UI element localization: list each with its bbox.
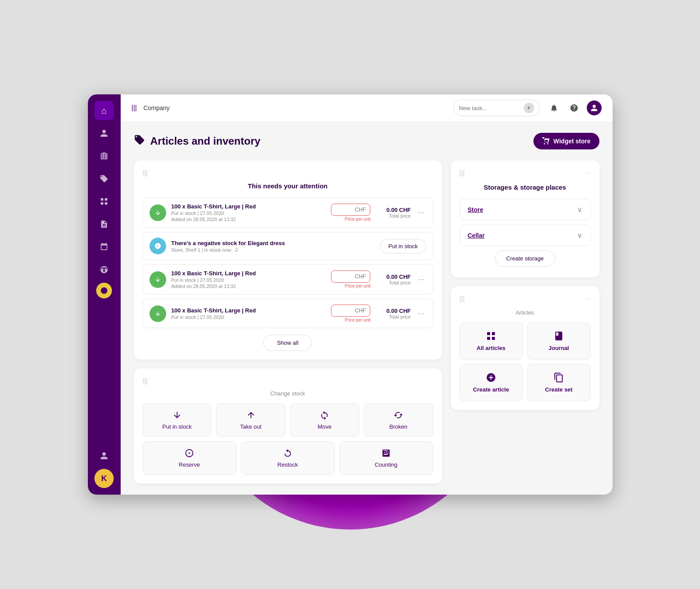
articles-title: Articles (460, 309, 591, 316)
storage-cellar-item[interactable]: Cellar ∨ (460, 225, 591, 246)
change-stock-card: ||| Change stock Put in stock (134, 368, 442, 484)
sidebar-icon-document[interactable] (94, 215, 114, 234)
price-input[interactable] (331, 204, 370, 216)
broken-label: Broken (390, 423, 407, 430)
item-total: 0.00 CHF Total price (376, 274, 411, 285)
search-input[interactable] (459, 105, 520, 111)
item-more-button[interactable]: ··· (416, 208, 426, 217)
change-stock-title: Change stock (143, 390, 433, 397)
sidebar-avatar[interactable]: K (94, 469, 114, 488)
more-options-button[interactable]: ··· (585, 169, 590, 177)
counting-label: Counting (375, 461, 397, 468)
item-info-icon (150, 238, 166, 254)
create-set-button[interactable]: Create set (527, 364, 591, 401)
item-name: 100 x Basic T-Shirt, Large | Red (171, 307, 326, 314)
sidebar-icon-calendar[interactable] (94, 237, 114, 256)
move-action[interactable]: Move (290, 403, 359, 437)
counting-action[interactable]: Counting (339, 441, 433, 475)
attention-item: 100 x Basic T-Shirt, Large | Red Put in … (143, 264, 433, 294)
left-col: ||| This needs your attention 100 x Basi… (134, 160, 442, 484)
sidebar: ⌂ (88, 94, 121, 495)
articles-more-button[interactable]: ··· (585, 295, 590, 303)
journal-button[interactable]: Journal (527, 322, 591, 360)
put-in-stock-label: Put in stock (162, 423, 192, 430)
attention-item: 100 x Basic T-Shirt, Large | Red Put in … (143, 197, 433, 228)
total-label: Total price (376, 213, 411, 218)
sidebar-icon-home[interactable]: ⌂ (94, 101, 114, 120)
restock-action[interactable]: Restock (241, 441, 335, 475)
search-add-button[interactable]: + (524, 103, 534, 113)
price-input[interactable] (331, 305, 370, 317)
journal-label: Journal (549, 345, 569, 351)
create-article-label: Create article (473, 386, 509, 393)
item-sub2: Added on 28.05.2020 at 13:32 (171, 284, 326, 289)
page-title-row: Articles and inventory (134, 134, 261, 148)
item-down-icon (150, 204, 166, 221)
item-total: 0.00 CHF Total price (376, 207, 411, 218)
sidebar-icon-profile[interactable] (94, 446, 114, 465)
app-container: ⌂ (88, 94, 613, 495)
svg-point-1 (188, 452, 190, 454)
item-info: 100 x Basic T-Shirt, Large | Red Put in … (171, 307, 326, 320)
page-tag-icon (134, 134, 145, 148)
put-in-stock-action[interactable]: Put in stock (143, 403, 212, 437)
total-label: Total price (376, 314, 411, 319)
drag-handle: ||| (143, 169, 433, 177)
articles-header: ||| ··· (460, 295, 591, 303)
create-article-button[interactable]: Create article (460, 364, 523, 401)
storage-chevron: ∨ (577, 205, 582, 214)
sidebar-icon-tag[interactable] (94, 169, 114, 188)
item-down-icon (150, 305, 166, 322)
item-price-container: Price per unit (331, 305, 370, 322)
put-in-stock-button[interactable]: Put in stock (380, 239, 426, 253)
widget-store-button[interactable]: Widget store (533, 133, 599, 149)
articles-card: ||| ··· Articles All articles (451, 286, 599, 410)
price-input[interactable] (331, 270, 370, 283)
item-sub2: Added on 28.05.2020 at 13:32 (171, 217, 326, 222)
item-name: There's a negative stock for Elegant dre… (171, 240, 375, 246)
item-more-button[interactable]: ··· (416, 275, 426, 284)
item-sub1: Put in stock | 27.05.2020 (171, 315, 326, 320)
reserve-action[interactable]: Reserve (143, 441, 237, 475)
sidebar-icon-coin[interactable] (96, 283, 112, 298)
move-label: Move (317, 423, 331, 430)
page-content: Articles and inventory Widget store ||| (121, 122, 613, 495)
sidebar-icon-users[interactable] (94, 124, 114, 143)
menu-icon[interactable]: ||| (132, 104, 137, 112)
attention-item: There's a negative stock for Elegant dre… (143, 232, 433, 260)
sidebar-icon-building[interactable] (94, 146, 114, 166)
drag-handle-4: ||| (460, 295, 465, 303)
storage-store-item[interactable]: Store ∨ (460, 199, 591, 220)
notification-button[interactable] (547, 100, 561, 115)
storages-card: ||| ··· Storages & storage places Store … (451, 160, 599, 277)
attention-card: ||| This needs your attention 100 x Basi… (134, 160, 442, 360)
broken-action[interactable]: Broken (364, 403, 433, 437)
widget-store-label: Widget store (554, 138, 591, 145)
user-menu-button[interactable] (587, 100, 602, 115)
company-name: Company (143, 104, 170, 111)
take-out-action[interactable]: Take out (216, 403, 286, 437)
storages-header: ||| ··· (460, 169, 591, 177)
item-more-button[interactable]: ··· (416, 309, 426, 318)
sidebar-icon-grid[interactable] (94, 192, 114, 211)
drag-handle-2: ||| (143, 377, 433, 385)
show-all-button[interactable]: Show all (263, 335, 312, 351)
total-amount: 0.00 CHF (376, 308, 411, 314)
sidebar-icon-globe[interactable] (94, 260, 114, 279)
help-button[interactable] (567, 100, 582, 115)
storage-cellar-name: Cellar (468, 232, 485, 239)
price-label: Price per unit (331, 284, 370, 288)
create-storage-button[interactable]: Create storage (495, 250, 555, 267)
total-amount: 0.00 CHF (376, 207, 411, 213)
app-wrapper: ⌂ (88, 94, 613, 495)
svg-point-0 (101, 288, 108, 294)
attention-title: This needs your attention (143, 182, 433, 190)
total-amount: 0.00 CHF (376, 274, 411, 280)
page-title: Articles and inventory (150, 135, 261, 147)
drag-handle-3: ||| (460, 169, 465, 177)
all-articles-button[interactable]: All articles (460, 322, 523, 360)
take-out-label: Take out (240, 423, 261, 430)
articles-grid: All articles Journal Create article (460, 322, 591, 401)
item-name: 100 x Basic T-Shirt, Large | Red (171, 270, 326, 277)
two-col-layout: ||| This needs your attention 100 x Basi… (134, 160, 599, 484)
